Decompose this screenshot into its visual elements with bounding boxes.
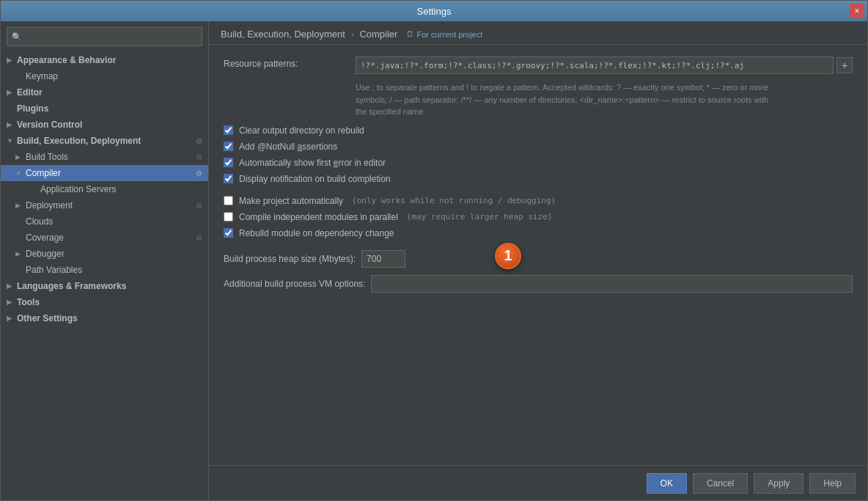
triangle-icon (15, 153, 23, 161)
sidebar-item-label: Coverage (26, 233, 64, 243)
add-notnull-checkbox[interactable] (224, 142, 233, 151)
sidebar-item-app-servers[interactable]: Application Servers (1, 181, 208, 197)
sidebar-item-other-settings[interactable]: Other Settings (1, 310, 208, 326)
sidebar-item-languages[interactable]: Languages & Frameworks (1, 278, 208, 294)
clear-output-checkbox[interactable] (224, 125, 233, 135)
compile-independent-hint: (may require larger heap size) (407, 212, 553, 222)
compile-independent-row: Compile independent modules in parallel … (224, 212, 853, 222)
heap-size-label: Build process heap size (Mbytes): (224, 254, 356, 264)
sidebar-item-label: Version Control (17, 120, 82, 130)
sidebar-item-label: Tools (17, 297, 40, 307)
settings-icon: ⚙ (196, 137, 202, 145)
project-badge: 🗒 For current project (406, 30, 482, 39)
search-input[interactable] (25, 32, 197, 42)
add-pattern-button[interactable]: + (836, 57, 853, 73)
apply-button[interactable]: Apply (754, 473, 803, 494)
heap-size-row: Build process heap size (Mbytes): 1 (224, 250, 853, 268)
triangle-icon (15, 169, 23, 177)
sidebar-item-debugger[interactable]: Debugger (1, 246, 208, 262)
triangle-icon (7, 299, 14, 306)
sidebar-item-appearance[interactable]: Appearance & Behavior (1, 52, 208, 68)
sidebar-item-deployment[interactable]: Deployment ⚙ (1, 197, 208, 213)
sidebar-item-label: Editor (17, 87, 43, 98)
sidebar-item-label: Build, Execution, Deployment (17, 136, 141, 146)
badge-circle: 1 (495, 243, 521, 269)
resource-patterns-control: + (356, 56, 853, 74)
sidebar-item-build-tools[interactable]: Build Tools ⚙ (1, 149, 208, 165)
triangle-icon (7, 282, 14, 290)
resource-patterns-row: Resource patterns: + (224, 56, 853, 74)
resource-patterns-hint: Use ; to separate patterns and ! to nega… (356, 81, 853, 118)
vm-options-label: Additional build process VM options: (224, 279, 365, 289)
vm-options-input[interactable] (371, 275, 853, 293)
auto-show-error-label[interactable]: Automatically show first error in editor (239, 158, 386, 168)
clear-output-row: Clear output directory on rebuild (224, 125, 853, 136)
triangle-icon (7, 56, 14, 64)
divider2 (224, 244, 853, 250)
add-notnull-row: Add @NotNull assertions (224, 142, 853, 152)
sidebar: 🔍 Appearance & Behavior Keymap Editor Pl… (1, 21, 209, 500)
search-box[interactable]: 🔍 (7, 27, 202, 46)
settings-icon: ⚙ (196, 202, 202, 210)
sidebar-item-coverage[interactable]: Coverage ⚙ (1, 230, 208, 246)
sidebar-item-compiler[interactable]: Compiler ⚙ (1, 165, 208, 181)
triangle-icon (7, 137, 14, 145)
project-badge-text: For current project (416, 30, 482, 39)
sidebar-item-label: Appearance & Behavior (17, 55, 116, 65)
triangle-icon (15, 202, 23, 209)
settings-icon: ⚙ (196, 153, 202, 161)
window-title: Settings (417, 6, 452, 17)
sidebar-item-path-variables[interactable]: Path Variables (1, 262, 208, 278)
display-notification-row: Display notification on build completion (224, 174, 853, 184)
sidebar-item-label: Compiler (26, 168, 61, 178)
sidebar-item-label: Build Tools (26, 152, 68, 162)
make-project-checkbox[interactable] (224, 196, 233, 205)
triangle-icon (7, 89, 14, 96)
panel-header: Build, Execution, Deployment › Compiler … (209, 21, 867, 45)
resource-patterns-input[interactable] (356, 56, 834, 74)
make-project-label[interactable]: Make project automatically (239, 196, 343, 206)
sidebar-item-label: Keymap (26, 71, 58, 81)
make-project-row: Make project automatically (only works w… (224, 196, 853, 206)
breadcrumb-separator: › (350, 29, 356, 40)
sidebar-item-editor[interactable]: Editor (1, 84, 208, 100)
close-button[interactable]: × (850, 4, 864, 18)
make-project-hint: (only works while not running / debuggin… (352, 196, 556, 205)
settings-icon: ⚙ (196, 234, 202, 242)
settings-icon: ⚙ (196, 169, 202, 178)
clear-output-label[interactable]: Clear output directory on rebuild (239, 125, 364, 136)
sidebar-item-version-control[interactable]: Version Control (1, 117, 208, 133)
ok-button[interactable]: OK (647, 473, 687, 494)
sidebar-item-plugins[interactable]: Plugins (1, 100, 208, 117)
help-button[interactable]: Help (809, 473, 856, 494)
bottom-bar: OK Cancel Apply Help (209, 465, 867, 500)
compile-independent-checkbox[interactable] (224, 212, 233, 222)
add-notnull-label[interactable]: Add @NotNull assertions (239, 142, 337, 152)
sidebar-item-clouds[interactable]: Clouds (1, 213, 208, 230)
heap-size-input[interactable] (361, 250, 405, 268)
triangle-icon (7, 315, 14, 322)
auto-show-error-row: Automatically show first error in editor (224, 158, 853, 168)
rebuild-module-row: Rebuild module on dependency change (224, 228, 853, 238)
sidebar-item-keymap[interactable]: Keymap (1, 68, 208, 84)
display-notification-label[interactable]: Display notification on build completion (239, 174, 391, 184)
search-icon: 🔍 (12, 32, 22, 42)
sidebar-item-tools[interactable]: Tools (1, 294, 208, 310)
main-content: 🔍 Appearance & Behavior Keymap Editor Pl… (1, 21, 867, 500)
compile-independent-label[interactable]: Compile independent modules in parallel (239, 212, 398, 222)
resource-patterns-label: Resource patterns: (224, 56, 356, 69)
display-notification-checkbox[interactable] (224, 174, 233, 183)
cancel-button[interactable]: Cancel (693, 473, 748, 494)
sidebar-item-build-exec[interactable]: Build, Execution, Deployment ⚙ (1, 133, 208, 149)
rebuild-module-label[interactable]: Rebuild module on dependency change (239, 228, 394, 238)
sidebar-item-label: Debugger (26, 249, 65, 259)
title-bar: Settings × (1, 1, 867, 21)
triangle-icon (7, 121, 14, 128)
sidebar-item-label: Clouds (26, 216, 53, 227)
auto-show-error-checkbox[interactable] (224, 158, 233, 167)
settings-window: Settings × 🔍 Appearance & Behavior Keyma… (0, 0, 868, 501)
sidebar-item-label: Other Settings (17, 313, 78, 323)
triangle-icon (15, 250, 23, 257)
rebuild-module-checkbox[interactable] (224, 228, 233, 238)
breadcrumb-build: Build, Execution, Deployment (221, 29, 345, 40)
